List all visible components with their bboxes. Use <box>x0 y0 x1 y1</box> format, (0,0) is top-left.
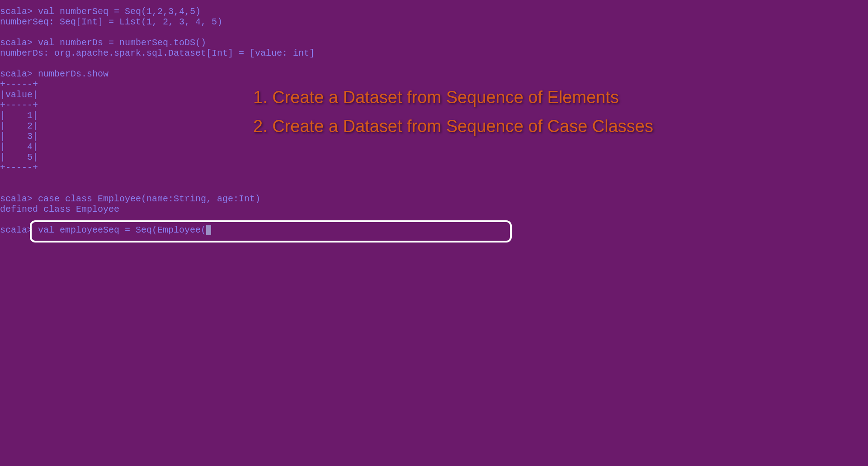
slide-point-2: 2. Create a Dataset from Sequence of Cas… <box>253 121 653 132</box>
table-row: | 5| <box>0 152 315 162</box>
repl-command-5-current[interactable]: val employeeSeq = Seq(Employee( <box>33 225 206 235</box>
repl-prompt: scala> <box>0 6 33 17</box>
repl-command-4: case class Employee(name:String, age:Int… <box>33 194 260 204</box>
repl-prompt: scala> <box>0 194 33 204</box>
table-border-bottom: +-----+ <box>0 162 315 173</box>
repl-prompt: scala> <box>0 69 33 79</box>
repl-command-2: val numberDs = numberSeq.toDS() <box>33 38 206 48</box>
repl-output-2: numberDs: org.apache.spark.sql.Dataset[I… <box>0 48 315 58</box>
slide-point-1: 1. Create a Dataset from Sequence of Ele… <box>253 92 619 103</box>
repl-command-3: numberDs.show <box>33 69 108 79</box>
repl-output-4: defined class Employee <box>0 204 315 214</box>
repl-command-1: val numberSeq = Seq(1,2,3,4,5) <box>33 6 201 17</box>
repl-output-1: numberSeq: Seq[Int] = List(1, 2, 3, 4, 5… <box>0 17 315 27</box>
cursor-icon <box>206 225 211 235</box>
table-row: | 4| <box>0 142 315 152</box>
repl-prompt: scala> <box>0 225 33 235</box>
repl-prompt: scala> <box>0 38 33 48</box>
